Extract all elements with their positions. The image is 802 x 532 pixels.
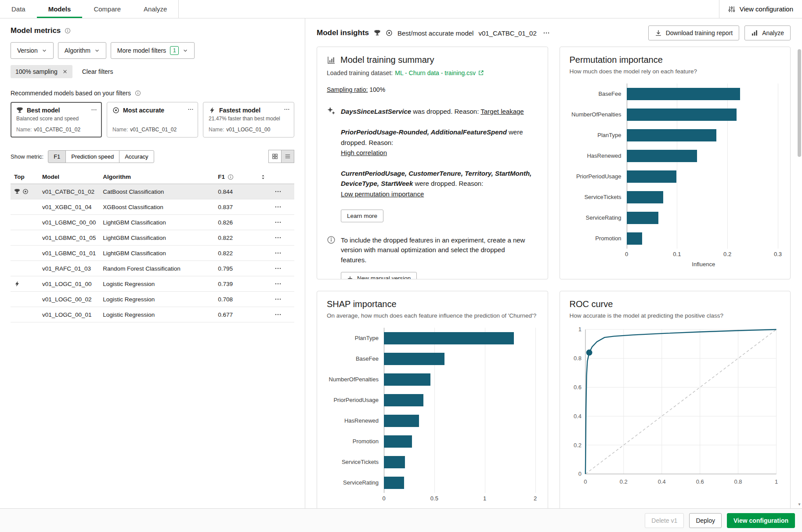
row-menu-button[interactable] (273, 202, 283, 212)
ellipsis-icon (275, 311, 282, 318)
model-row[interactable]: v01_LOGC_00_01Logistic Regression0.677 (11, 307, 294, 322)
card-title: Model training summary (340, 55, 434, 65)
external-link-icon[interactable] (478, 70, 484, 76)
scroll-down-icon[interactable]: ▾ (797, 502, 802, 507)
tab-data[interactable]: Data (0, 0, 37, 18)
insights-title: Model insights (317, 29, 369, 37)
ellipsis-icon (275, 219, 282, 226)
info-icon[interactable] (135, 90, 141, 96)
new-manual-version-label: New manual version (357, 275, 411, 279)
bar (384, 394, 423, 406)
bar (627, 150, 697, 162)
card-menu-button[interactable] (187, 105, 195, 113)
scrollbar[interactable]: ▾ (797, 19, 802, 507)
menu-cell (270, 246, 294, 261)
metric-option-f1[interactable]: F1 (48, 150, 66, 163)
list-view-button[interactable] (281, 150, 294, 163)
row-menu-button[interactable] (273, 248, 283, 258)
view-configuration-button[interactable]: View configuration (719, 0, 802, 18)
row-menu-button[interactable] (273, 279, 283, 289)
chevron-down-icon (42, 48, 47, 53)
grid-view-icon (272, 153, 278, 159)
reason-link[interactable]: Target leakage (480, 108, 524, 115)
bar-chart-icon (751, 29, 758, 36)
reason-link[interactable]: Low permutation importance (341, 190, 424, 198)
model-name: v01_CATBC_01_02 (39, 184, 99, 199)
model-training-summary-card: Model training summary Loaded training d… (317, 47, 548, 279)
model-row[interactable]: v01_LGBMC_00_00LightGBM Classification0.… (11, 215, 294, 230)
reason-link[interactable]: High correlation (341, 149, 387, 156)
model-name: v01_LOGC_00_01 (39, 307, 99, 322)
grid-view-button[interactable] (268, 150, 282, 163)
show-metric-label: Show metric: (11, 153, 43, 160)
learn-more-button[interactable]: Learn more (341, 210, 383, 222)
card-subtitle: Balanced score and speed (16, 116, 96, 122)
clear-filters-button[interactable]: Clear filters (82, 68, 113, 75)
more-model-filters-dropdown[interactable]: More model filters 1 (111, 42, 195, 59)
row-menu-button[interactable] (273, 294, 283, 304)
axis-tick: 0.2 (723, 251, 731, 257)
view-configuration-label: View configuration (740, 5, 793, 13)
menu-cell (270, 230, 294, 246)
download-training-report-button[interactable]: Download training report (648, 25, 740, 40)
analyze-label: Analyze (762, 29, 784, 36)
delete-version-button[interactable]: Delete v1 (645, 513, 684, 528)
row-menu-button[interactable] (273, 187, 283, 196)
dataset-link[interactable]: ML - Churn data - training.csv (395, 69, 476, 76)
metric-option-accuracy[interactable]: Accuracy (119, 150, 154, 163)
bar (627, 129, 716, 141)
model-row[interactable]: v01_LOGC_01_00Logistic Regression0.739 (11, 276, 294, 292)
insights-menu-button[interactable] (542, 28, 551, 38)
analyze-button[interactable]: Analyze (744, 25, 791, 40)
top-cell (11, 276, 39, 292)
algorithm: Logistic Regression (99, 276, 214, 292)
view-configuration-footer-button[interactable]: View configuration (727, 513, 795, 528)
dropped-features-text: PriorPeriodUsage-Rounded, AdditionalFeat… (341, 127, 538, 158)
column-header-f1[interactable]: F1 (214, 170, 270, 184)
svg-text:0.8: 0.8 (573, 355, 581, 362)
model-row[interactable]: v01_CATBC_01_02CatBoost Classification0.… (11, 184, 294, 199)
model-row[interactable]: v01_LOGC_00_02Logistic Regression0.708 (11, 292, 294, 307)
menu-cell (270, 292, 294, 307)
recommended-card-fastest-model[interactable]: Fastest model21.47% faster than best mod… (203, 102, 294, 138)
top-cell (11, 199, 39, 215)
new-manual-version-button[interactable]: New manual version (341, 272, 417, 279)
column-header-menu (270, 170, 294, 184)
model-row[interactable]: v01_RAFC_01_03Random Forest Classificati… (11, 261, 294, 276)
tab-compare[interactable]: Compare (82, 0, 132, 18)
svg-text:1: 1 (578, 326, 581, 333)
trophy-icon (374, 29, 381, 36)
column-header-model: Model (39, 170, 99, 184)
row-menu-button[interactable] (273, 310, 283, 319)
recommended-heading: Recommended models based on your filters (11, 90, 131, 97)
deploy-button[interactable]: Deploy (689, 513, 722, 528)
svg-text:1: 1 (774, 478, 777, 485)
tab-analyze[interactable]: Analyze (132, 0, 178, 18)
metric-option-prediction-speed[interactable]: Prediction speed (65, 150, 119, 163)
remove-filter-button[interactable] (62, 69, 68, 74)
bar-label: PriorPeriodUsage (327, 397, 384, 403)
recommended-card-best-model[interactable]: Best modelBalanced score and speedName:v… (11, 102, 102, 138)
model-row[interactable]: v01_LGBMC_01_05LightGBM Classification0.… (11, 230, 294, 246)
row-menu-button[interactable] (273, 264, 283, 273)
recommended-card-most-accurate[interactable]: Most accurateName:v01_CATBC_01_02 (107, 102, 198, 138)
trophy-icon (16, 107, 23, 114)
scrollbar-thumb[interactable] (798, 49, 801, 157)
dataset-label: Loaded training dataset: (327, 69, 393, 76)
row-menu-button[interactable] (273, 233, 283, 242)
model-row[interactable]: v01_LGBMC_01_01LightGBM Classification0.… (11, 246, 294, 261)
row-menu-button[interactable] (273, 217, 283, 227)
target-icon (112, 107, 119, 114)
info-icon[interactable] (65, 28, 71, 34)
tab-models[interactable]: Models (37, 0, 83, 18)
ellipsis-icon (275, 188, 282, 195)
version-filter-dropdown[interactable]: Version (11, 42, 54, 59)
model-row[interactable]: v01_XGBC_01_04XGBoost Classification0.83… (11, 199, 294, 215)
algorithm-filter-dropdown[interactable]: Algorithm (58, 42, 106, 59)
sort-icon[interactable] (260, 174, 266, 180)
bar-label: PriorPeriodUsage (570, 173, 627, 180)
card-menu-button[interactable] (90, 106, 98, 114)
card-menu-button[interactable] (283, 105, 291, 113)
axis-tick: 0 (382, 495, 385, 502)
bar (627, 191, 664, 203)
